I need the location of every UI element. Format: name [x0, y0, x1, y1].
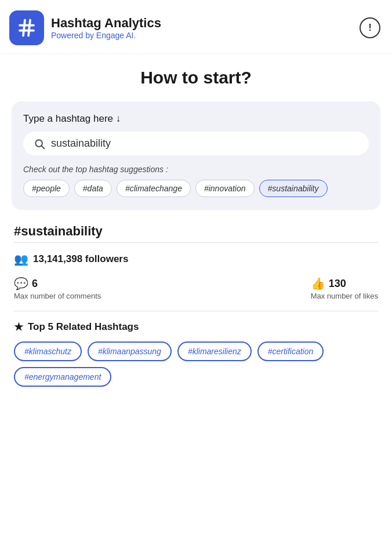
header-text: Hashtag Analytics Powered by Engage AI. — [51, 16, 161, 40]
likes-value: 130 — [329, 278, 346, 290]
metrics-divider — [14, 311, 378, 311]
likes-metric: 👍 130 Max number of likes — [311, 277, 378, 300]
app-logo — [9, 10, 44, 45]
suggestion-tag-climatechange[interactable]: #climatechange — [117, 180, 191, 197]
info-button[interactable]: ! — [360, 17, 380, 38]
related-tag-klimaanpassung[interactable]: #klimaanpassung — [88, 341, 172, 361]
related-tag-klimaschutz[interactable]: #klimaschutz — [14, 341, 82, 361]
suggestion-tag-sustainability[interactable]: #sustainability — [259, 180, 328, 197]
likes-label: Max number of likes — [311, 292, 378, 300]
suggestion-tag-data[interactable]: #data — [74, 180, 112, 197]
related-hashtags-title: ★ Top 5 Related Hashtags — [14, 321, 378, 333]
page-title: How to start? — [12, 68, 380, 88]
related-title-text: Top 5 Related Hashtags — [28, 321, 139, 333]
followers-icon: 👥 — [14, 252, 28, 266]
related-tag-certification[interactable]: #certification — [257, 341, 324, 361]
subtitle-text: Powered by — [51, 31, 96, 40]
suggestion-tag-innovation[interactable]: #innovation — [195, 180, 255, 197]
search-card: Type a hashtag here ↓ Check out the top … — [12, 101, 380, 210]
suggestion-tag-people[interactable]: #people — [23, 180, 70, 197]
comments-icon: 💬 — [14, 277, 28, 290]
metrics-row: 💬 6 Max number of comments 👍 130 Max num… — [14, 277, 378, 300]
comments-label: Max number of comments — [14, 292, 101, 300]
result-section: #sustainability 👥 13,141,398 followers 💬… — [12, 224, 380, 387]
title-divider — [14, 242, 378, 243]
suggestions-tags: #people #data #climatechange #innovation… — [23, 180, 369, 197]
search-input-wrapper — [23, 132, 369, 155]
app-header: Hashtag Analytics Powered by Engage AI. … — [0, 0, 392, 54]
search-icon — [34, 138, 45, 150]
search-input[interactable] — [51, 137, 358, 150]
comments-value: 6 — [32, 278, 38, 290]
app-title: Hashtag Analytics — [51, 16, 161, 31]
related-tag-klimaresilienz[interactable]: #klimaresilienz — [177, 341, 252, 361]
followers-count: 13,141,398 followers — [33, 253, 128, 265]
related-tag-energymanagement[interactable]: #energymanagement — [14, 367, 111, 387]
result-hashtag-title: #sustainability — [14, 224, 378, 239]
related-tags-container: #klimaschutz #klimaanpassung #klimaresil… — [14, 341, 378, 387]
search-label: Type a hashtag here ↓ — [23, 113, 369, 125]
suggestions-label: Check out the top hashtag suggestions : — [23, 165, 369, 174]
subtitle-brand: Engage AI. — [96, 31, 136, 40]
main-content: How to start? Type a hashtag here ↓ Chec… — [0, 54, 392, 401]
star-icon: ★ — [14, 321, 23, 333]
info-icon: ! — [368, 22, 372, 34]
header-left: Hashtag Analytics Powered by Engage AI. — [9, 10, 161, 45]
hashtag-logo-icon — [16, 17, 37, 38]
svg-line-1 — [42, 146, 45, 148]
comments-metric: 💬 6 Max number of comments — [14, 277, 101, 300]
app-subtitle: Powered by Engage AI. — [51, 31, 161, 40]
likes-icon: 👍 — [311, 277, 325, 290]
followers-row: 👥 13,141,398 followers — [14, 252, 378, 266]
